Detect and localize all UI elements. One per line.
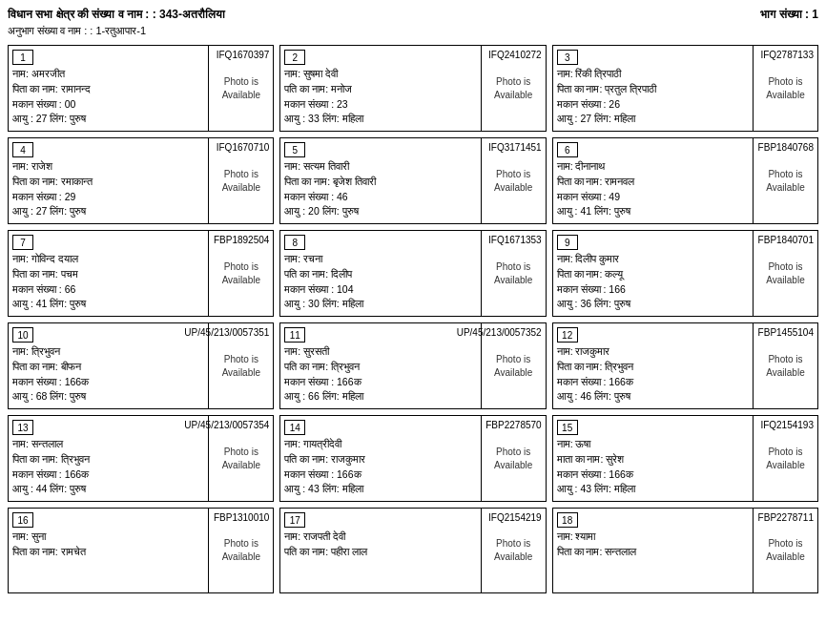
voter-house: मकान संख्या : 166क xyxy=(284,467,476,483)
part-number: भाग संख्या : 1 xyxy=(760,8,818,21)
voter-house: मकान संख्या : 66 xyxy=(12,282,204,298)
voter-father: पिता का नाम: प्रतुल त्रिपाठी xyxy=(557,82,749,97)
photo-label: Photo is Available xyxy=(485,260,542,287)
voter-name: नाम: गायत्रीदेवी xyxy=(284,437,476,452)
voter-name: नाम: सुना xyxy=(12,530,204,545)
voter-house: मकान संख्या : 46 xyxy=(284,190,476,205)
voter-id: FBP1455104 xyxy=(758,325,814,340)
voter-name: नाम: त्रिभुवन xyxy=(12,344,204,360)
voter-house: मकान संख्या : 166क xyxy=(284,375,476,390)
card-info: 5IFQ3171451नाम: सत्यम तिवारीपिता का नाम:… xyxy=(280,138,480,223)
voter-father: पिता का नाम: बीफन xyxy=(12,360,204,375)
voter-name: नाम: रचना xyxy=(284,252,476,267)
voter-name: नाम: ऊषा xyxy=(557,437,749,452)
photo-label: Photo is Available xyxy=(213,446,269,472)
photo-label: Photo is Available xyxy=(757,353,814,380)
voter-id: IFQ1671353 xyxy=(488,233,542,247)
voter-card: 13UP/45/213/0057354नाम: सन्तलालपिता का न… xyxy=(8,415,274,502)
card-info: 13UP/45/213/0057354नाम: सन्तलालपिता का न… xyxy=(9,416,208,501)
card-number: 10 xyxy=(12,327,33,343)
voter-card: 18FBP2278711नाम: श्यामापिता का नाम: सन्त… xyxy=(552,508,818,593)
card-info: 1IFQ1670397नाम: अमरजीतपिता का नाम: रामान… xyxy=(9,46,208,131)
voter-age-gender: आयु : 27 लिंग: महिला xyxy=(557,112,749,127)
voter-card: 11UP/45/213/0057352नाम: सुरसतीपति का नाम… xyxy=(279,322,546,409)
voter-name: नाम: रिंकी त्रिपाठी xyxy=(557,67,749,82)
voter-house: मकान संख्या : 104 xyxy=(284,282,476,298)
voter-house: मकान संख्या : 29 xyxy=(12,190,204,205)
voter-id: IFQ1670710 xyxy=(217,140,270,155)
card-number: 17 xyxy=(284,512,305,528)
card-info: 18FBP2278711नाम: श्यामापिता का नाम: सन्त… xyxy=(553,509,753,592)
voter-name: नाम: राजेश xyxy=(12,159,204,175)
voter-father: पिता का नाम: रामनवल xyxy=(557,175,749,190)
card-number: 12 xyxy=(557,327,578,343)
voter-card: 5IFQ3171451नाम: सत्यम तिवारीपिता का नाम:… xyxy=(279,137,546,224)
voter-name: नाम: अमरजीत xyxy=(12,67,204,82)
photo-label: Photo is Available xyxy=(757,168,814,195)
voter-house: मकान संख्या : 49 xyxy=(557,190,749,205)
voter-card: 15IFQ2154193नाम: ऊषामाता का नाम: सुरेशमक… xyxy=(552,415,818,502)
voter-age-gender: आयु : 41 लिंग: पुरुष xyxy=(557,204,749,219)
voter-name: नाम: दीनानाथ xyxy=(557,159,749,175)
voter-house: मकान संख्या : 166क xyxy=(557,467,749,483)
voter-age-gender: आयु : 30 लिंग: महिला xyxy=(284,297,476,312)
section-header: अनुभाग संख्या व नाम : : 1-रतुआपार-1 xyxy=(8,25,818,37)
voter-age-gender: आयु : 27 लिंग: पुरुष xyxy=(12,112,204,127)
voter-father: पति का नाम: दिलीप xyxy=(284,267,476,282)
card-number: 1 xyxy=(12,50,33,65)
card-number: 18 xyxy=(557,512,578,528)
voter-house: मकान संख्या : 166क xyxy=(12,375,204,390)
card-info: 10UP/45/213/0057351नाम: त्रिभुवनपिता का … xyxy=(9,323,208,408)
constituency-title: विधान सभा क्षेत्र की संख्या व नाम : : 34… xyxy=(8,8,225,21)
voter-id: IFQ3171451 xyxy=(488,140,542,155)
card-info: 6FBP1840768नाम: दीनानाथपिता का नाम: रामन… xyxy=(553,138,753,223)
voter-name: नाम: दिलीप कुमार xyxy=(557,252,749,267)
card-info: 15IFQ2154193नाम: ऊषामाता का नाम: सुरेशमक… xyxy=(553,416,753,501)
card-info: 14FBP2278570नाम: गायत्रीदेवीपति का नाम: … xyxy=(280,416,480,501)
card-info: 7FBP1892504नाम: गोविन्द दयालपिता का नाम:… xyxy=(9,231,208,316)
voter-id: IFQ2410272 xyxy=(488,48,542,62)
voter-age-gender: आयु : 43 लिंग: महिला xyxy=(557,482,749,497)
voter-father: पिता का नाम: कल्यू xyxy=(557,267,749,282)
photo-label: Photo is Available xyxy=(757,446,814,472)
voter-id: UP/45/213/0057352 xyxy=(457,325,542,340)
voter-father: पति का नाम: त्रिभुवन xyxy=(284,360,476,375)
voter-name: नाम: राजकुमार xyxy=(557,344,749,360)
photo-label: Photo is Available xyxy=(213,537,269,564)
voter-age-gender: आयु : 36 लिंग: पुरुष xyxy=(557,297,749,312)
page-header: विधान सभा क्षेत्र की संख्या व नाम : : 34… xyxy=(8,8,818,21)
voter-name: नाम: राजपती देवी xyxy=(284,530,476,545)
card-info: 9FBP1840701नाम: दिलीप कुमारपिता का नाम: … xyxy=(553,231,753,316)
card-info: 3IFQ2787133नाम: रिंकी त्रिपाठीपिता का ना… xyxy=(553,46,753,131)
card-number: 16 xyxy=(12,512,33,528)
card-info: 2IFQ2410272नाम: सुषमा देवीपति का नाम: मन… xyxy=(280,46,480,131)
card-info: 12FBP1455104नाम: राजकुमारपिता का नाम: त्… xyxy=(553,323,753,408)
voter-father: पिता का नाम: सन्तलाल xyxy=(557,545,749,560)
voter-father: पति का नाम: पहीरा लाल xyxy=(284,545,476,560)
voter-id: FBP1840768 xyxy=(758,140,814,155)
photo-label: Photo is Available xyxy=(485,353,542,380)
card-number: 6 xyxy=(557,142,578,157)
photo-label: Photo is Available xyxy=(213,75,269,102)
voter-card: 14FBP2278570नाम: गायत्रीदेवीपति का नाम: … xyxy=(279,415,546,502)
voter-card: 9FBP1840701नाम: दिलीप कुमारपिता का नाम: … xyxy=(552,230,818,317)
voter-id: FBP2278570 xyxy=(485,418,541,432)
voter-father: पिता का नाम: रामानन्द xyxy=(12,82,204,97)
voter-card: 7FBP1892504नाम: गोविन्द दयालपिता का नाम:… xyxy=(8,230,274,317)
card-info: 4IFQ1670710नाम: राजेशपिता का नाम: रमाकान… xyxy=(9,138,208,223)
card-number: 4 xyxy=(12,142,33,157)
voter-age-gender: आयु : 33 लिंग: महिला xyxy=(284,112,476,127)
card-number: 11 xyxy=(284,327,305,343)
voter-id: FBP1310010 xyxy=(214,510,269,525)
photo-label: Photo is Available xyxy=(485,537,542,564)
photo-label: Photo is Available xyxy=(485,446,542,472)
voter-id: IFQ2154219 xyxy=(488,510,542,525)
card-number: 8 xyxy=(284,235,305,250)
card-number: 9 xyxy=(557,235,578,250)
card-info: 8IFQ1671353नाम: रचनापति का नाम: दिलीपमका… xyxy=(280,231,480,316)
voter-card: 1IFQ1670397नाम: अमरजीतपिता का नाम: रामान… xyxy=(8,45,274,132)
photo-label: Photo is Available xyxy=(213,168,269,195)
voter-name: नाम: सुरसती xyxy=(284,344,476,360)
voter-id: IFQ1670397 xyxy=(217,48,270,62)
card-info: 16FBP1310010नाम: सुनापिता का नाम: रामचेत xyxy=(9,509,208,592)
